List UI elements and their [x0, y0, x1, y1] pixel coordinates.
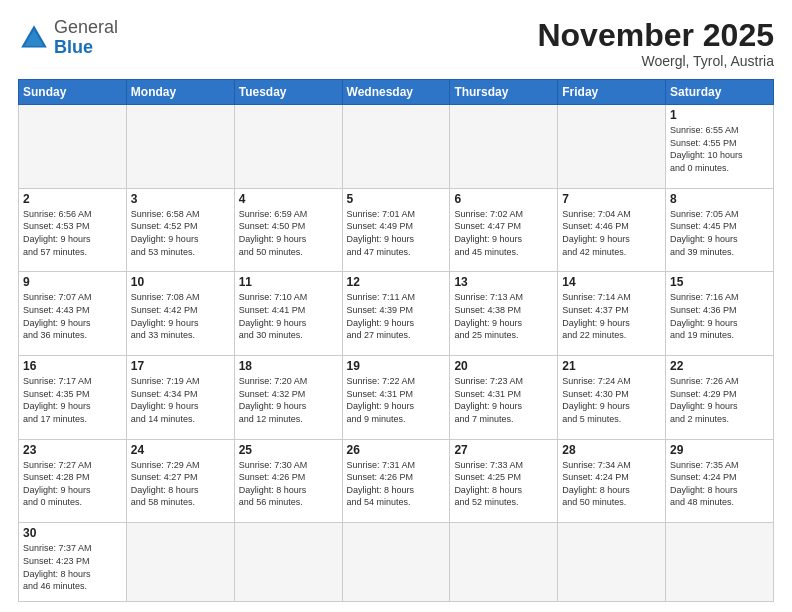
- calendar-cell: 6Sunrise: 7:02 AM Sunset: 4:47 PM Daylig…: [450, 188, 558, 272]
- day-number: 13: [454, 275, 553, 289]
- calendar-cell: [450, 523, 558, 602]
- calendar-cell: 9Sunrise: 7:07 AM Sunset: 4:43 PM Daylig…: [19, 272, 127, 356]
- calendar-cell: 15Sunrise: 7:16 AM Sunset: 4:36 PM Dayli…: [666, 272, 774, 356]
- day-number: 17: [131, 359, 230, 373]
- day-number: 11: [239, 275, 338, 289]
- header: General Blue November 2025 Woergl, Tyrol…: [18, 18, 774, 69]
- day-number: 9: [23, 275, 122, 289]
- calendar-cell: 27Sunrise: 7:33 AM Sunset: 4:25 PM Dayli…: [450, 439, 558, 523]
- day-info: Sunrise: 7:31 AM Sunset: 4:26 PM Dayligh…: [347, 459, 446, 509]
- calendar-cell: 23Sunrise: 7:27 AM Sunset: 4:28 PM Dayli…: [19, 439, 127, 523]
- day-info: Sunrise: 7:04 AM Sunset: 4:46 PM Dayligh…: [562, 208, 661, 258]
- calendar-cell: 28Sunrise: 7:34 AM Sunset: 4:24 PM Dayli…: [558, 439, 666, 523]
- calendar-cell: 20Sunrise: 7:23 AM Sunset: 4:31 PM Dayli…: [450, 356, 558, 440]
- calendar-cell: 12Sunrise: 7:11 AM Sunset: 4:39 PM Dayli…: [342, 272, 450, 356]
- day-info: Sunrise: 7:34 AM Sunset: 4:24 PM Dayligh…: [562, 459, 661, 509]
- logo-icon: [18, 22, 50, 54]
- calendar-cell: [342, 523, 450, 602]
- calendar-cell: 2Sunrise: 6:56 AM Sunset: 4:53 PM Daylig…: [19, 188, 127, 272]
- day-number: 3: [131, 192, 230, 206]
- day-number: 2: [23, 192, 122, 206]
- calendar-cell: 14Sunrise: 7:14 AM Sunset: 4:37 PM Dayli…: [558, 272, 666, 356]
- day-number: 1: [670, 108, 769, 122]
- location-subtitle: Woergl, Tyrol, Austria: [537, 53, 774, 69]
- calendar-cell: 21Sunrise: 7:24 AM Sunset: 4:30 PM Dayli…: [558, 356, 666, 440]
- day-number: 20: [454, 359, 553, 373]
- day-info: Sunrise: 7:07 AM Sunset: 4:43 PM Dayligh…: [23, 291, 122, 341]
- day-number: 12: [347, 275, 446, 289]
- day-info: Sunrise: 6:59 AM Sunset: 4:50 PM Dayligh…: [239, 208, 338, 258]
- day-info: Sunrise: 7:14 AM Sunset: 4:37 PM Dayligh…: [562, 291, 661, 341]
- day-info: Sunrise: 7:13 AM Sunset: 4:38 PM Dayligh…: [454, 291, 553, 341]
- day-info: Sunrise: 7:01 AM Sunset: 4:49 PM Dayligh…: [347, 208, 446, 258]
- logo-blue: Blue: [54, 37, 93, 57]
- calendar-cell: 29Sunrise: 7:35 AM Sunset: 4:24 PM Dayli…: [666, 439, 774, 523]
- logo-text: General Blue: [54, 18, 118, 58]
- day-number: 5: [347, 192, 446, 206]
- calendar-cell: 8Sunrise: 7:05 AM Sunset: 4:45 PM Daylig…: [666, 188, 774, 272]
- title-block: November 2025 Woergl, Tyrol, Austria: [537, 18, 774, 69]
- day-info: Sunrise: 7:24 AM Sunset: 4:30 PM Dayligh…: [562, 375, 661, 425]
- calendar: Sunday Monday Tuesday Wednesday Thursday…: [18, 79, 774, 602]
- calendar-cell: 19Sunrise: 7:22 AM Sunset: 4:31 PM Dayli…: [342, 356, 450, 440]
- day-number: 21: [562, 359, 661, 373]
- weekday-header-row: Sunday Monday Tuesday Wednesday Thursday…: [19, 80, 774, 105]
- logo-general: General: [54, 17, 118, 37]
- day-info: Sunrise: 7:26 AM Sunset: 4:29 PM Dayligh…: [670, 375, 769, 425]
- calendar-cell: 26Sunrise: 7:31 AM Sunset: 4:26 PM Dayli…: [342, 439, 450, 523]
- day-info: Sunrise: 6:56 AM Sunset: 4:53 PM Dayligh…: [23, 208, 122, 258]
- calendar-week-4: 16Sunrise: 7:17 AM Sunset: 4:35 PM Dayli…: [19, 356, 774, 440]
- day-number: 19: [347, 359, 446, 373]
- day-number: 18: [239, 359, 338, 373]
- day-number: 16: [23, 359, 122, 373]
- header-wednesday: Wednesday: [342, 80, 450, 105]
- day-info: Sunrise: 7:22 AM Sunset: 4:31 PM Dayligh…: [347, 375, 446, 425]
- calendar-cell: 7Sunrise: 7:04 AM Sunset: 4:46 PM Daylig…: [558, 188, 666, 272]
- header-sunday: Sunday: [19, 80, 127, 105]
- day-number: 8: [670, 192, 769, 206]
- page: General Blue November 2025 Woergl, Tyrol…: [0, 0, 792, 612]
- day-info: Sunrise: 7:20 AM Sunset: 4:32 PM Dayligh…: [239, 375, 338, 425]
- calendar-week-6: 30Sunrise: 7:37 AM Sunset: 4:23 PM Dayli…: [19, 523, 774, 602]
- header-thursday: Thursday: [450, 80, 558, 105]
- day-number: 28: [562, 443, 661, 457]
- calendar-cell: 3Sunrise: 6:58 AM Sunset: 4:52 PM Daylig…: [126, 188, 234, 272]
- calendar-cell: 30Sunrise: 7:37 AM Sunset: 4:23 PM Dayli…: [19, 523, 127, 602]
- calendar-cell: 1Sunrise: 6:55 AM Sunset: 4:55 PM Daylig…: [666, 105, 774, 189]
- calendar-cell: 5Sunrise: 7:01 AM Sunset: 4:49 PM Daylig…: [342, 188, 450, 272]
- day-number: 6: [454, 192, 553, 206]
- day-number: 27: [454, 443, 553, 457]
- calendar-cell: [342, 105, 450, 189]
- header-saturday: Saturday: [666, 80, 774, 105]
- day-info: Sunrise: 6:55 AM Sunset: 4:55 PM Dayligh…: [670, 124, 769, 174]
- calendar-cell: [19, 105, 127, 189]
- day-number: 10: [131, 275, 230, 289]
- day-info: Sunrise: 6:58 AM Sunset: 4:52 PM Dayligh…: [131, 208, 230, 258]
- day-number: 14: [562, 275, 661, 289]
- day-info: Sunrise: 7:23 AM Sunset: 4:31 PM Dayligh…: [454, 375, 553, 425]
- calendar-cell: 11Sunrise: 7:10 AM Sunset: 4:41 PM Dayli…: [234, 272, 342, 356]
- day-info: Sunrise: 7:02 AM Sunset: 4:47 PM Dayligh…: [454, 208, 553, 258]
- header-friday: Friday: [558, 80, 666, 105]
- day-number: 30: [23, 526, 122, 540]
- day-number: 29: [670, 443, 769, 457]
- day-info: Sunrise: 7:29 AM Sunset: 4:27 PM Dayligh…: [131, 459, 230, 509]
- calendar-week-5: 23Sunrise: 7:27 AM Sunset: 4:28 PM Dayli…: [19, 439, 774, 523]
- calendar-cell: [234, 523, 342, 602]
- day-number: 22: [670, 359, 769, 373]
- day-number: 24: [131, 443, 230, 457]
- month-title: November 2025: [537, 18, 774, 53]
- day-info: Sunrise: 7:27 AM Sunset: 4:28 PM Dayligh…: [23, 459, 122, 509]
- calendar-week-1: 1Sunrise: 6:55 AM Sunset: 4:55 PM Daylig…: [19, 105, 774, 189]
- calendar-cell: 17Sunrise: 7:19 AM Sunset: 4:34 PM Dayli…: [126, 356, 234, 440]
- header-tuesday: Tuesday: [234, 80, 342, 105]
- calendar-cell: 10Sunrise: 7:08 AM Sunset: 4:42 PM Dayli…: [126, 272, 234, 356]
- calendar-week-2: 2Sunrise: 6:56 AM Sunset: 4:53 PM Daylig…: [19, 188, 774, 272]
- day-info: Sunrise: 7:19 AM Sunset: 4:34 PM Dayligh…: [131, 375, 230, 425]
- day-number: 23: [23, 443, 122, 457]
- calendar-cell: 24Sunrise: 7:29 AM Sunset: 4:27 PM Dayli…: [126, 439, 234, 523]
- calendar-cell: 4Sunrise: 6:59 AM Sunset: 4:50 PM Daylig…: [234, 188, 342, 272]
- day-info: Sunrise: 7:05 AM Sunset: 4:45 PM Dayligh…: [670, 208, 769, 258]
- day-number: 7: [562, 192, 661, 206]
- calendar-cell: [558, 105, 666, 189]
